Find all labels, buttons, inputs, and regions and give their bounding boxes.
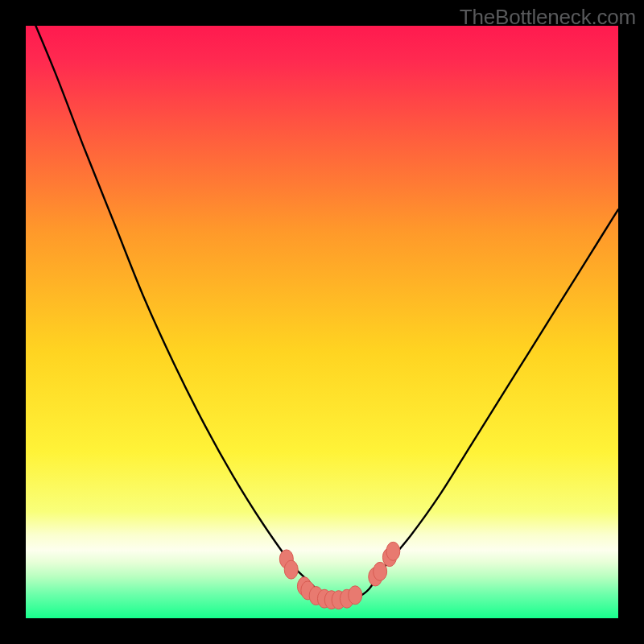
chart-frame: TheBottleneck.com (0, 0, 644, 644)
curve-marker (349, 586, 362, 605)
plot-svg (26, 26, 618, 618)
curve-marker (386, 542, 400, 560)
curve-marker (284, 560, 298, 579)
gradient-background (26, 26, 618, 618)
plot-area (26, 26, 618, 618)
curve-marker (374, 562, 387, 580)
